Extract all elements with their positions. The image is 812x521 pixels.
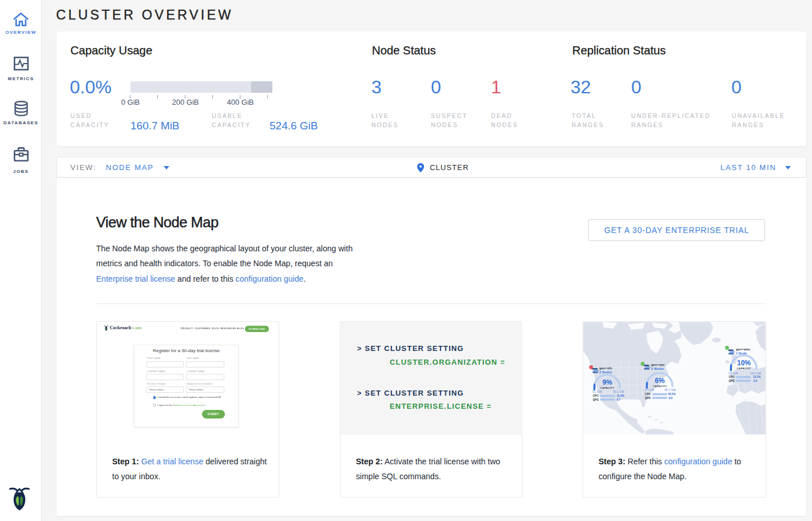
svg-text:geo=ams: geo=ams [736, 348, 750, 351]
svg-text:0.4: 0.4 [754, 380, 758, 382]
svg-text:QPS: QPS [729, 380, 735, 382]
svg-text:9%: 9% [603, 378, 613, 386]
svg-text:CPU: CPU [729, 376, 735, 378]
svg-text:1 Node: 1 Node [736, 352, 747, 355]
svg-text:3.7 GiB: 3.7 GiB [645, 388, 655, 392]
svg-text:45.7 GiB: 45.7 GiB [664, 388, 676, 392]
svg-text:4.7: 4.7 [616, 398, 620, 401]
svg-text:2 Nodes: 2 Nodes [599, 370, 612, 374]
svg-text:42.5%: 42.5% [668, 393, 676, 396]
svg-text:10%: 10% [737, 359, 751, 367]
svg-text:6%: 6% [655, 377, 665, 385]
svg-text:2 Nodes: 2 Nodes [651, 367, 664, 370]
svg-text:3.6 GiB: 3.6 GiB [728, 372, 738, 375]
svg-text:CAPACITY: CAPACITY [653, 385, 667, 388]
svg-text:35.1 GiB: 35.1 GiB [613, 390, 624, 393]
svg-text:0.0: 0.0 [668, 397, 672, 400]
svg-text:geo=nyc: geo=nyc [651, 363, 665, 366]
svg-text:CPU: CPU [645, 393, 651, 396]
svg-text:geo=sfo: geo=sfo [599, 366, 612, 370]
svg-text:3.2 GiB: 3.2 GiB [592, 390, 602, 393]
svg-text:CAPACITY: CAPACITY [737, 367, 751, 370]
svg-text:CPU: CPU [593, 394, 599, 397]
svg-text:QPS: QPS [593, 398, 599, 401]
svg-text:QPS: QPS [645, 397, 651, 400]
svg-text:11.0%: 11.0% [617, 394, 625, 397]
svg-text:13.2%: 13.2% [753, 376, 761, 378]
svg-text:CAPACITY: CAPACITY [600, 386, 615, 389]
svg-text:34.4 GiB: 34.4 GiB [750, 372, 762, 375]
